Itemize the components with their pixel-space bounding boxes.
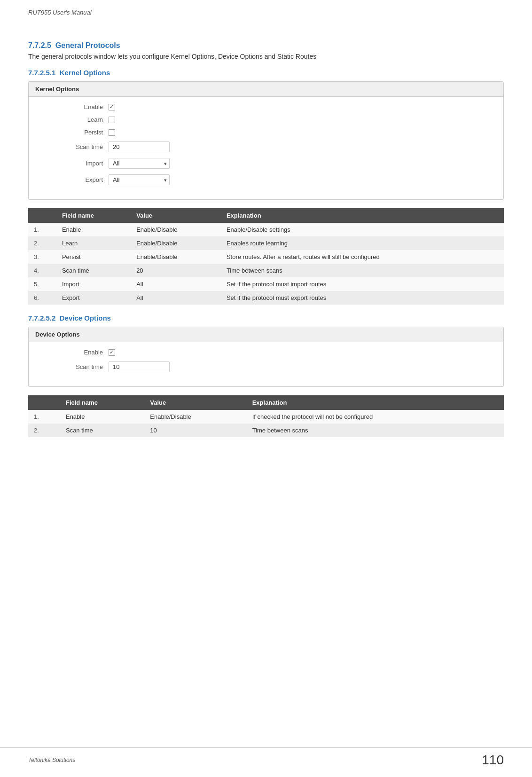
kernel-import-select-wrapper: All None Filtered xyxy=(109,158,170,169)
row-field: Enable xyxy=(56,223,131,236)
device-enable-row: Enable xyxy=(57,349,475,356)
row-num: 3. xyxy=(28,250,56,264)
row-value: All xyxy=(131,277,221,291)
kernel-export-label: Export xyxy=(57,176,109,183)
kernel-table-header-row: Field name Value Explanation xyxy=(28,208,504,223)
kernel-scantime-value xyxy=(109,141,170,152)
device-scantime-value xyxy=(109,361,170,372)
table-row: 2. Scan time 10 Time between scans xyxy=(28,424,504,437)
table-row: 4. Scan time 20 Time between scans xyxy=(28,264,504,277)
kernel-export-select-wrapper: All None Filtered xyxy=(109,174,170,185)
row-explanation: Set if the protocol must export routes xyxy=(221,291,504,305)
row-value: Enable/Disable xyxy=(131,250,221,264)
row-num: 2. xyxy=(28,236,56,250)
table-row: 1. Enable Enable/Disable If checked the … xyxy=(28,410,504,424)
kernel-options-box-body: Enable Learn Persist Sc xyxy=(29,97,503,199)
section-general-protocols: 7.7.2.5 General Protocols The general pr… xyxy=(28,41,504,60)
device-options-table: Field name Value Explanation 1. Enable E… xyxy=(28,395,504,437)
row-explanation: Time between scans xyxy=(221,264,504,277)
row-explanation: Time between scans xyxy=(247,424,504,437)
kernel-import-select[interactable]: All None Filtered xyxy=(109,158,170,169)
kernel-import-row: Import All None Filtered xyxy=(57,158,475,169)
subsection-device-title: 7.7.2.5.2 Device Options xyxy=(28,314,504,322)
kernel-export-value: All None Filtered xyxy=(109,174,170,185)
kernel-learn-value xyxy=(109,117,115,123)
kernel-persist-checkbox[interactable] xyxy=(109,129,115,136)
kernel-learn-row: Learn xyxy=(57,116,475,123)
device-scantime-input[interactable] xyxy=(109,361,170,372)
kernel-col-value: Value xyxy=(131,208,221,223)
kernel-persist-label: Persist xyxy=(57,129,109,136)
kernel-scantime-label: Scan time xyxy=(57,143,109,150)
row-value: Enable/Disable xyxy=(144,410,246,424)
device-enable-label: Enable xyxy=(57,349,109,356)
section-description: The general protocols window lets you co… xyxy=(28,53,504,60)
device-options-box: Device Options Enable Scan time xyxy=(28,327,504,387)
device-enable-checkbox[interactable] xyxy=(109,349,115,356)
kernel-options-box-header: Kernel Options xyxy=(29,82,503,97)
kernel-export-select[interactable]: All None Filtered xyxy=(109,174,170,185)
row-value: 20 xyxy=(131,264,221,277)
row-value: Enable/Disable xyxy=(131,236,221,250)
table-row: 3. Persist Enable/Disable Store routes. … xyxy=(28,250,504,264)
row-explanation: Enables route learning xyxy=(221,236,504,250)
row-field: Scan time xyxy=(56,264,131,277)
kernel-col-explanation: Explanation xyxy=(221,208,504,223)
row-explanation: Enable/Disable settings xyxy=(221,223,504,236)
subsection-device-options: 7.7.2.5.2 Device Options Device Options … xyxy=(28,314,504,437)
row-num: 4. xyxy=(28,264,56,277)
row-value: 10 xyxy=(144,424,246,437)
device-col-field: Field name xyxy=(60,395,144,410)
row-num: 2. xyxy=(28,424,60,437)
subsection-kernel-options: 7.7.2.5.1 Kernel Options Kernel Options … xyxy=(28,69,504,305)
row-field: Enable xyxy=(60,410,144,424)
kernel-enable-checkbox[interactable] xyxy=(109,104,115,110)
kernel-persist-value xyxy=(109,129,115,136)
section-title: 7.7.2.5 General Protocols xyxy=(28,41,504,50)
device-col-explanation: Explanation xyxy=(247,395,504,410)
row-num: 1. xyxy=(28,410,60,424)
kernel-enable-value xyxy=(109,104,115,110)
kernel-export-row: Export All None Filtered xyxy=(57,174,475,185)
kernel-col-field: Field name xyxy=(56,208,131,223)
table-row: 6. Export All Set if the protocol must e… xyxy=(28,291,504,305)
row-num: 5. xyxy=(28,277,56,291)
kernel-col-num xyxy=(28,208,56,223)
kernel-import-value: All None Filtered xyxy=(109,158,170,169)
page-footer: Teltonika Solutions 110 xyxy=(0,747,532,768)
row-num: 1. xyxy=(28,223,56,236)
row-explanation: Store routes. After a restart, routes wi… xyxy=(221,250,504,264)
device-scantime-row: Scan time xyxy=(57,361,475,372)
kernel-learn-checkbox[interactable] xyxy=(109,117,115,123)
row-field: Import xyxy=(56,277,131,291)
kernel-scantime-input[interactable] xyxy=(109,141,170,152)
row-num: 6. xyxy=(28,291,56,305)
device-table-header-row: Field name Value Explanation xyxy=(28,395,504,410)
footer-company: Teltonika Solutions xyxy=(28,757,75,763)
row-value: Enable/Disable xyxy=(131,223,221,236)
table-row: 5. Import All Set if the protocol must i… xyxy=(28,277,504,291)
table-row: 1. Enable Enable/Disable Enable/Disable … xyxy=(28,223,504,236)
device-options-box-header: Device Options xyxy=(29,327,503,342)
page-header: RUT955 User's Manual xyxy=(28,0,504,21)
device-enable-value xyxy=(109,349,115,356)
device-scantime-label: Scan time xyxy=(57,363,109,370)
kernel-learn-label: Learn xyxy=(57,116,109,123)
device-col-value: Value xyxy=(144,395,246,410)
row-explanation: If checked the protocol will not be conf… xyxy=(247,410,504,424)
row-field: Scan time xyxy=(60,424,144,437)
device-options-box-body: Enable Scan time xyxy=(29,342,503,386)
kernel-enable-label: Enable xyxy=(57,103,109,110)
row-field: Export xyxy=(56,291,131,305)
kernel-enable-row: Enable xyxy=(57,103,475,110)
row-field: Persist xyxy=(56,250,131,264)
row-field: Learn xyxy=(56,236,131,250)
manual-title: RUT955 User's Manual xyxy=(28,9,92,16)
device-col-num xyxy=(28,395,60,410)
footer-page-number: 110 xyxy=(482,753,504,768)
kernel-options-table: Field name Value Explanation 1. Enable E… xyxy=(28,208,504,305)
row-value: All xyxy=(131,291,221,305)
subsection-kernel-title: 7.7.2.5.1 Kernel Options xyxy=(28,69,504,77)
table-row: 2. Learn Enable/Disable Enables route le… xyxy=(28,236,504,250)
kernel-persist-row: Persist xyxy=(57,129,475,136)
